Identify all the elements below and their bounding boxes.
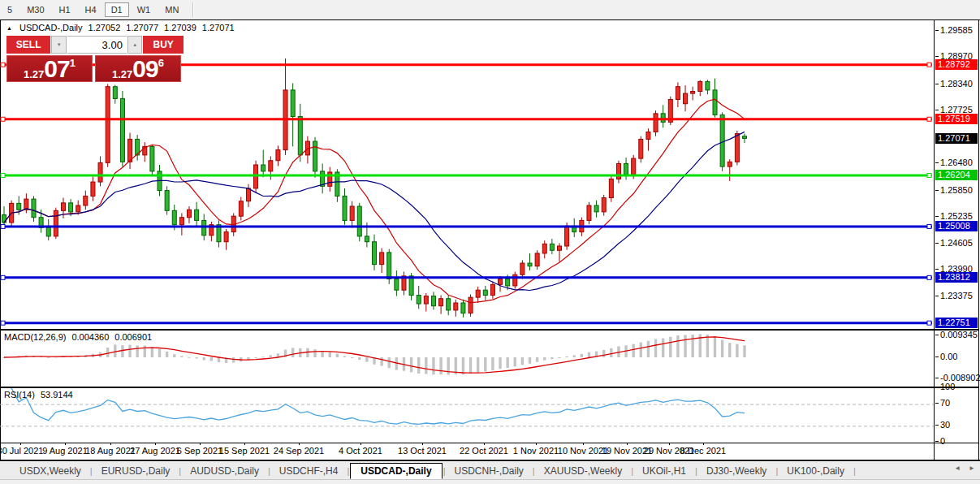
candle-up xyxy=(350,206,354,220)
volume-decrease-button[interactable]: ▼ xyxy=(51,36,67,54)
tab-uk100-daily[interactable]: UK100-,Daily xyxy=(779,464,853,478)
rsi-tick-0: 0 xyxy=(940,436,945,446)
tab-scroll-left-icon[interactable]: ◄ xyxy=(954,465,961,472)
candle-up xyxy=(468,297,473,313)
price-tick-1.23375: 1.23375 xyxy=(940,291,973,300)
candle-down xyxy=(395,279,399,291)
candle-up xyxy=(454,303,458,310)
date-tick xyxy=(703,443,704,445)
tab-usdchf-h4[interactable]: USDCHF-,H4 xyxy=(271,464,347,478)
date-tick xyxy=(669,443,670,445)
macd-bar xyxy=(565,357,568,357)
candle-up xyxy=(676,87,680,100)
candle-up xyxy=(535,253,539,266)
macd-bar xyxy=(166,352,168,357)
buy-price-pips: 09 xyxy=(132,58,158,80)
candle-down xyxy=(483,290,487,295)
tab-usdcnh-daily[interactable]: USDCNH-,Daily xyxy=(447,464,532,478)
sell-price-pips: 07 xyxy=(44,58,69,80)
candle-down xyxy=(195,210,199,220)
candle-down xyxy=(720,115,724,166)
macd-bar xyxy=(321,351,323,357)
candle-down xyxy=(528,263,532,266)
macd-bar xyxy=(736,344,738,357)
level-price-badge-1.22751: 1.22751 xyxy=(935,318,978,328)
rsi-indicator-chart[interactable] xyxy=(0,388,934,443)
date-tick xyxy=(299,443,300,445)
timeframe-button-d1[interactable]: D1 xyxy=(105,2,129,17)
candle-down xyxy=(743,136,747,139)
level-price-badge-1.23812: 1.23812 xyxy=(935,272,978,283)
candle-down xyxy=(113,87,117,99)
macd-bar xyxy=(743,345,745,357)
macd-bar xyxy=(380,357,382,365)
candle-up xyxy=(646,132,650,139)
price-axis: 1.295851.289701.283401.277251.264801.258… xyxy=(935,20,980,459)
candle-up xyxy=(476,290,480,297)
candle-up xyxy=(513,274,517,286)
date-label-15-sep-2021: 15 Sep 2021 xyxy=(219,446,270,456)
timeframe-button-mn[interactable]: MN xyxy=(158,2,185,17)
buy-price-display[interactable]: 1.27 09 6 xyxy=(95,55,181,82)
candle-up xyxy=(76,205,80,212)
tab-usdcad-daily[interactable]: USDCAD-,Daily xyxy=(350,463,442,479)
macd-value: 0.004360 xyxy=(71,332,109,342)
sell-price-display[interactable]: 1.27 07 1 xyxy=(6,55,93,82)
sell-price-prefix: 1.27 xyxy=(24,68,44,80)
rsi-value: 53.9144 xyxy=(41,390,73,400)
macd-bar xyxy=(203,357,205,361)
timeframe-button-w1[interactable]: W1 xyxy=(131,2,158,17)
macd-bar xyxy=(491,357,494,370)
sell-button[interactable]: SELL xyxy=(6,36,50,54)
volume-increase-button[interactable]: ▲ xyxy=(127,36,143,54)
level-price-badge-1.28792: 1.28792 xyxy=(935,59,978,70)
candle-up xyxy=(424,296,428,304)
macd-tick-0-00: 0.00 xyxy=(940,352,957,361)
level-anchor xyxy=(927,173,931,177)
tab-xauusd-weekly[interactable]: XAUUSD-,Weekly xyxy=(536,464,630,478)
macd-tick-0-009345: 0.009345 xyxy=(940,330,978,339)
timeframe-button-h4[interactable]: H4 xyxy=(79,2,103,17)
ohlc-close: 1.27071 xyxy=(202,23,235,32)
candle-down xyxy=(17,203,21,210)
level-anchor xyxy=(1,173,5,177)
volume-input[interactable] xyxy=(67,36,127,54)
candle-down xyxy=(313,141,317,171)
buy-button[interactable]: BUY xyxy=(143,36,183,54)
tab-eurusd-daily[interactable]: EURUSD-,Daily xyxy=(93,464,179,478)
timeframe-button-5[interactable]: 5 xyxy=(1,2,19,17)
macd-label: MACD(12,26,9) 0.004360 0.006901 xyxy=(4,332,152,342)
macd-bar xyxy=(432,357,434,374)
tab-usdx-weekly[interactable]: USDX,Weekly xyxy=(11,464,89,478)
level-price-badge-1.26204: 1.26204 xyxy=(935,170,978,180)
candle-up xyxy=(254,165,258,188)
timeframe-button-m30[interactable]: M30 xyxy=(20,2,50,17)
chevron-down-icon: ▼ xyxy=(57,42,62,47)
macd-bar xyxy=(195,357,197,358)
date-tick xyxy=(583,443,584,445)
macd-bar xyxy=(136,345,138,357)
candle-down xyxy=(291,90,295,117)
macd-bar xyxy=(669,337,671,357)
candle-up xyxy=(61,203,65,210)
macd-bar xyxy=(128,345,131,357)
date-tick xyxy=(422,443,423,445)
date-label-4-oct-2021: 4 Oct 2021 xyxy=(339,446,382,456)
candle-up xyxy=(276,150,280,161)
candle-down xyxy=(550,244,554,250)
candle-up xyxy=(654,114,658,132)
date-label-1-nov-2021: 1 Nov 2021 xyxy=(513,446,559,456)
tab-scroll-right-icon[interactable]: ► xyxy=(969,465,975,472)
level-anchor xyxy=(1,224,5,228)
macd-bar xyxy=(173,354,175,357)
tab-divider: | xyxy=(90,466,93,476)
rsi-tick-70: 70 xyxy=(940,398,950,408)
collapse-chart-icon[interactable]: ▲ xyxy=(6,25,12,31)
timeframe-button-h1[interactable]: H1 xyxy=(53,2,77,17)
chart-tab-bar: USDX,Weekly|EURUSD-,Daily|AUDUSD-,Daily|… xyxy=(0,462,980,479)
tab-ukoil-h1[interactable]: UKOil-,H1 xyxy=(634,464,694,478)
candle-down xyxy=(172,210,176,224)
tab-audusd-daily[interactable]: AUDUSD-,Daily xyxy=(182,464,267,478)
tab-dj30-weekly[interactable]: DJ30-,Weekly xyxy=(698,464,775,478)
candle-down xyxy=(150,146,154,171)
